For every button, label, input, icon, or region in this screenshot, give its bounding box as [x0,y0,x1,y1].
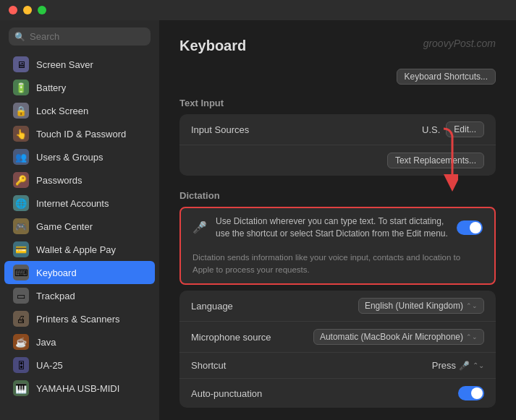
sidebar-item-screen-saver[interactable]: 🖥 Screen Saver [4,53,155,76]
text-replacements-row: Text Replacements... [179,145,496,176]
sidebar-item-battery[interactable]: 🔋 Battery [4,76,155,99]
users-icon: 👥 [13,149,29,165]
dictation-settings-box: Language English (United Kingdom) Microp… [179,291,496,408]
search-input[interactable] [30,31,145,42]
sidebar: 🔍 🖥 Screen Saver 🔋 Battery 🔒 Lock Screen… [0,20,159,420]
sidebar-item-keyboard[interactable]: ⌨ Keyboard [4,261,155,284]
language-value: English (United Kingdom) [358,298,484,314]
sidebar-item-game-center[interactable]: 🎮 Game Center [4,215,155,238]
language-dropdown[interactable]: English (United Kingdom) [358,298,484,314]
lock-screen-icon: 🔒 [13,103,29,119]
language-row: Language English (United Kingdom) [179,291,496,322]
shortcut-mic-icon: 🎤 [459,361,470,371]
sidebar-item-label: Wallet & Apple Pay [36,244,116,255]
toggle-knob [470,222,481,233]
internet-icon: 🌐 [13,195,29,211]
text-replacements-value: Text Replacements... [387,153,484,168]
dictation-main-text: Use Dictation wherever you can type text… [216,215,448,240]
auto-punctuation-toggle-container [458,386,484,400]
text-replacements-button[interactable]: Text Replacements... [387,153,484,168]
sidebar-item-label: Keyboard [36,267,77,278]
sidebar-item-label: Trackpad [36,291,75,301]
printers-icon: 🖨 [13,311,29,327]
watermark: groovyPost.com [423,38,496,49]
sidebar-item-wallet[interactable]: 💳 Wallet & Apple Pay [4,238,155,261]
auto-punctuation-row: Auto-punctuation [179,379,496,408]
trackpad-icon: ▭ [13,288,29,304]
ua25-icon: 🎛 [13,357,29,373]
minimize-button[interactable] [23,6,32,14]
sidebar-item-label: Printers & Scanners [36,314,120,325]
keyboard-shortcuts-button[interactable]: Keyboard Shortcuts... [397,69,496,85]
maximize-button[interactable] [38,6,46,14]
dictation-section-label: Dictation [179,190,496,201]
sidebar-item-label: Java [36,337,56,348]
sidebar-item-label: Game Center [36,221,93,232]
dictation-highlight-box: 🎤 Use Dictation wherever you can type te… [179,207,496,285]
sidebar-item-label: UA-25 [36,360,63,371]
sidebar-item-label: Internet Accounts [36,198,109,209]
dictation-description: Dictation sends information like your vo… [181,247,494,284]
input-sources-row: Input Sources U.S. Edit... [179,114,496,145]
passwords-icon: 🔑 [13,172,29,188]
sidebar-item-label: Lock Screen [36,106,88,116]
chevron-updown-icon: ⌃⌄ [473,361,484,369]
close-button[interactable] [9,6,17,14]
sidebar-item-internet-accounts[interactable]: 🌐 Internet Accounts [4,192,155,215]
shortcut-row: Shortcut Press 🎤 ⌃⌄ [179,353,496,379]
mic-source-value: Automatic (MacBook Air Microphone) [313,329,484,345]
main-layout: 🔍 🖥 Screen Saver 🔋 Battery 🔒 Lock Screen… [0,20,516,420]
sidebar-item-label: Passwords [36,175,83,186]
shortcut-text: Press [432,360,456,371]
auto-punctuation-toggle[interactable] [458,386,484,400]
microphone-icon: 🎤 [193,220,207,234]
sidebar-item-printers[interactable]: 🖨 Printers & Scanners [4,307,155,330]
screen-saver-icon: 🖥 [13,56,29,72]
sidebar-item-label: YAMAHA USB-MIDI [36,383,119,394]
sidebar-item-label: Battery [36,82,66,93]
search-bar[interactable]: 🔍 [9,27,151,46]
sidebar-item-label: Touch ID & Password [36,129,126,140]
auto-punctuation-toggle-knob [471,387,483,399]
search-icon: 🔍 [14,32,25,42]
dictation-main-row: 🎤 Use Dictation wherever you can type te… [181,208,494,247]
sidebar-item-passwords[interactable]: 🔑 Passwords [4,168,155,192]
mic-source-label: Microphone source [191,332,271,343]
shortcut-label: Shortcut [191,360,226,371]
mic-source-dropdown[interactable]: Automatic (MacBook Air Microphone) [313,329,484,345]
sidebar-item-users-groups[interactable]: 👥 Users & Groups [4,145,155,168]
battery-icon: 🔋 [13,80,29,95]
sidebar-item-java[interactable]: ☕ Java [4,330,155,353]
input-sources-label: Input Sources [191,124,249,135]
input-sources-value: U.S. Edit... [422,121,484,137]
touch-id-icon: 👆 [13,126,29,142]
yamaha-icon: 🎹 [13,380,29,396]
sidebar-item-ua25[interactable]: 🎛 UA-25 [4,353,155,377]
sidebar-item-label: Users & Groups [36,152,103,163]
text-input-box: Input Sources U.S. Edit... Text Replacem… [179,114,496,176]
mic-source-row: Microphone source Automatic (MacBook Air… [179,322,496,353]
content-area: groovyPost.com Keyboard Keyboard Shortcu… [159,20,516,420]
sidebar-item-label: Screen Saver [36,59,93,70]
auto-punctuation-label: Auto-punctuation [191,388,262,399]
sidebar-item-yamaha[interactable]: 🎹 YAMAHA USB-MIDI [4,377,155,400]
game-center-icon: 🎮 [13,218,29,234]
edit-button[interactable]: Edit... [446,121,484,137]
dictation-toggle[interactable] [457,220,483,235]
java-icon: ☕ [13,334,29,350]
language-label: Language [191,301,233,312]
shortcut-value: Press 🎤 ⌃⌄ [432,360,484,371]
sidebar-item-trackpad[interactable]: ▭ Trackpad [4,284,155,307]
sidebar-item-touch-id[interactable]: 👆 Touch ID & Password [4,122,155,145]
title-bar [0,0,516,20]
text-input-section-label: Text Input [179,98,496,108]
wallet-icon: 💳 [13,241,29,257]
keyboard-icon: ⌨ [13,265,29,280]
sidebar-item-lock-screen[interactable]: 🔒 Lock Screen [4,99,155,122]
input-sources-current: U.S. [422,124,440,135]
